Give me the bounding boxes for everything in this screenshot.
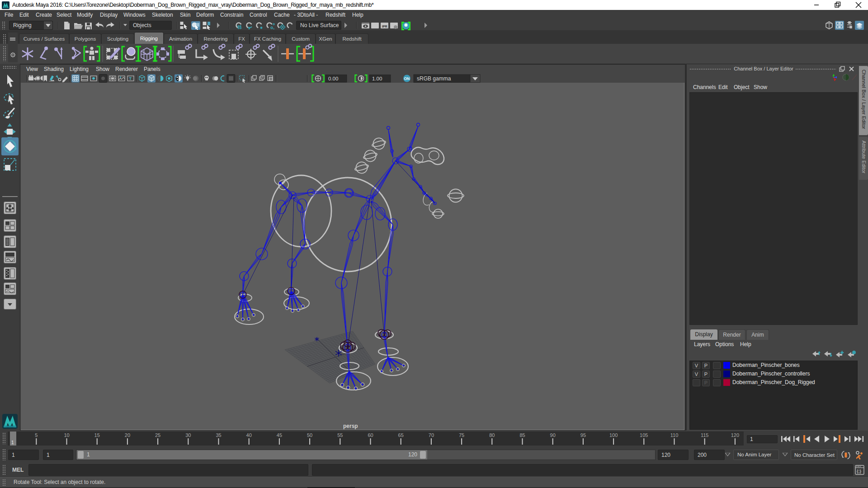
svg-text:IPR: IPR — [382, 25, 387, 28]
svg-text:65: 65 — [398, 432, 404, 438]
svg-text:70: 70 — [429, 432, 434, 438]
svg-text:ON: ON — [404, 76, 410, 81]
svg-text:55: 55 — [337, 432, 343, 438]
svg-text:20: 20 — [125, 432, 130, 438]
svg-text:60: 60 — [368, 432, 373, 438]
svg-text:1.00: 1.00 — [372, 76, 382, 81]
svg-text:35: 35 — [216, 432, 221, 438]
svg-text:sRGB gamma: sRGB gamma — [417, 75, 451, 82]
svg-text:{;}: {;} — [857, 469, 861, 474]
svg-text:115: 115 — [701, 432, 709, 438]
svg-text:110: 110 — [670, 432, 679, 438]
svg-text:T: T — [129, 76, 132, 81]
svg-text:30: 30 — [185, 432, 191, 438]
svg-text:0.00: 0.00 — [328, 76, 338, 81]
svg-text:80: 80 — [489, 432, 495, 438]
svg-text:50: 50 — [307, 432, 312, 438]
svg-text:5: 5 — [35, 432, 38, 438]
svg-text:10: 10 — [64, 432, 69, 438]
svg-text:85: 85 — [519, 432, 525, 438]
svg-text:105: 105 — [640, 432, 648, 438]
svg-text:25: 25 — [155, 432, 160, 438]
svg-text:45: 45 — [277, 432, 282, 438]
svg-text:90: 90 — [550, 432, 556, 438]
svg-text:95: 95 — [580, 432, 586, 438]
svg-text:75: 75 — [459, 432, 464, 438]
svg-text:120: 120 — [731, 432, 739, 438]
svg-text:1: 1 — [11, 440, 14, 445]
svg-text:100: 100 — [609, 432, 618, 438]
svg-text:15: 15 — [94, 432, 100, 438]
svg-text:40: 40 — [246, 432, 252, 438]
